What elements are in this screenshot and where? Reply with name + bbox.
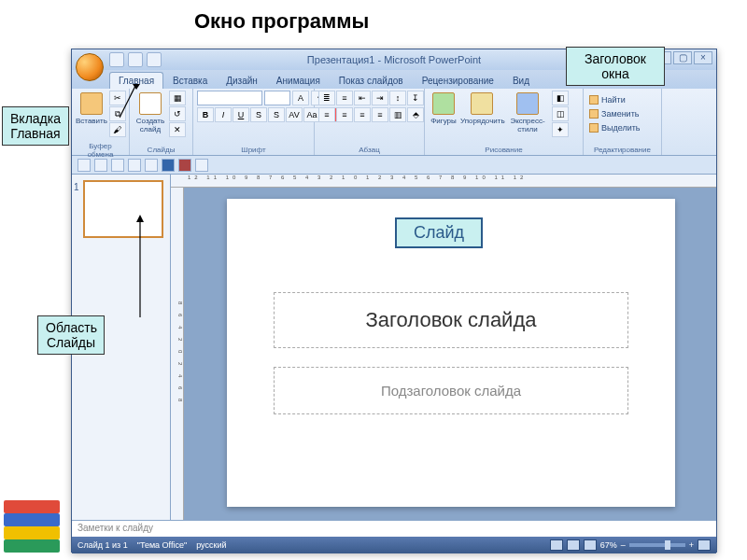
qb-color-2[interactable] — [178, 159, 191, 172]
status-slide-count: Слайд 1 из 1 — [78, 540, 128, 550]
arrange-button[interactable]: Упорядочить — [460, 91, 503, 141]
qb-icon-4[interactable] — [128, 159, 141, 172]
slide-thumbnail[interactable]: 1 — [83, 180, 163, 238]
find-icon — [589, 95, 599, 105]
qb-icon-1[interactable] — [78, 159, 91, 172]
quick-styles-button[interactable]: Экспресс-стили — [505, 91, 550, 141]
bold-button[interactable]: B — [197, 107, 214, 122]
replace-button[interactable]: Заменить — [587, 108, 641, 119]
replace-icon — [589, 109, 599, 119]
vertical-ruler: 8 6 4 2 0 2 4 6 8 — [171, 188, 184, 520]
paste-button[interactable]: Вставить — [76, 91, 107, 141]
shape-outline-button[interactable]: ◫ — [552, 106, 569, 121]
qat-undo-icon[interactable] — [128, 52, 143, 67]
notes-pane[interactable]: Заметки к слайду — [72, 520, 716, 537]
indent-inc-button[interactable]: ⇥ — [372, 91, 388, 105]
align-right-button[interactable]: ≡ — [354, 107, 371, 122]
reset-button[interactable]: ↺ — [169, 106, 186, 121]
align-left-button[interactable]: ≡ — [318, 107, 335, 122]
qb-color-1[interactable] — [162, 159, 175, 172]
tab-review[interactable]: Рецензирование — [413, 72, 503, 89]
secondary-toolbar — [72, 156, 716, 175]
slideshow-view-button[interactable] — [584, 539, 597, 551]
maximize-button[interactable]: ▢ — [673, 51, 692, 64]
tab-design[interactable]: Дизайн — [217, 72, 267, 89]
qb-icon-5[interactable] — [145, 159, 158, 172]
zoom-level[interactable]: 67% — [600, 540, 617, 550]
zoom-thumb[interactable] — [665, 540, 670, 550]
clipboard-icon — [80, 92, 103, 115]
tab-slideshow[interactable]: Показ слайдов — [330, 72, 413, 89]
select-button[interactable]: Выделить — [587, 122, 642, 133]
arrange-label: Упорядочить — [460, 117, 505, 125]
powerpoint-window: Презентация1 - Microsoft PowerPoint – ▢ … — [71, 49, 717, 553]
styles-icon — [516, 92, 539, 115]
status-language[interactable]: русский — [196, 540, 226, 550]
subtitle-placeholder[interactable]: Подзаголовок слайда — [274, 367, 628, 414]
callout-slides-pane: Область Слайды — [37, 315, 105, 355]
qat-save-icon[interactable] — [109, 52, 124, 67]
slide-canvas-area: 12 11 10 9 8 7 6 5 4 3 2 1 0 1 2 3 4 5 6… — [171, 175, 716, 520]
underline-button[interactable]: U — [233, 107, 249, 122]
shape-fill-button[interactable]: ◧ — [552, 91, 569, 105]
delete-slide-button[interactable]: ✕ — [169, 122, 186, 137]
strike-button[interactable]: S — [250, 107, 267, 122]
paste-label: Вставить — [76, 117, 107, 125]
horizontal-ruler: 12 11 10 9 8 7 6 5 4 3 2 1 0 1 2 3 4 5 6… — [171, 175, 716, 188]
group-font-label: Шрифт — [197, 145, 310, 154]
group-clipboard-label: Буфер обмена — [76, 141, 125, 159]
zoom-in-button[interactable]: + — [689, 540, 694, 550]
numbering-button[interactable]: ≡ — [336, 91, 353, 105]
select-icon — [589, 123, 599, 133]
qat-redo-icon[interactable] — [147, 52, 162, 67]
callout-titlebar: Заголовок окна — [566, 47, 665, 86]
tab-animation[interactable]: Анимация — [267, 72, 330, 89]
sorter-view-button[interactable] — [567, 539, 580, 551]
grow-font-button[interactable]: A — [292, 91, 309, 105]
line-spacing-button[interactable]: ↕ — [389, 91, 406, 105]
shapes-button[interactable]: Фигуры — [429, 91, 458, 141]
shadow-button[interactable]: S — [268, 107, 285, 122]
zoom-slider[interactable] — [629, 543, 685, 547]
text-direction-button[interactable]: ↧ — [407, 91, 424, 105]
qb-icon-3[interactable] — [111, 159, 124, 172]
indent-dec-button[interactable]: ⇤ — [354, 91, 371, 105]
slide[interactable]: Слайд Заголовок слайда Подзаголовок слай… — [227, 199, 675, 507]
work-area: 1 12 11 10 9 8 7 6 5 4 3 2 1 0 1 2 3 4 5… — [72, 175, 716, 520]
office-button[interactable] — [76, 53, 104, 81]
group-drawing-label: Рисование — [429, 145, 579, 154]
find-button[interactable]: Найти — [587, 94, 627, 105]
group-slides-label: Слайды — [134, 145, 189, 154]
char-spacing-button[interactable]: AV — [286, 107, 303, 122]
align-center-button[interactable]: ≡ — [336, 107, 353, 122]
font-family-input[interactable] — [197, 91, 262, 105]
select-label: Выделить — [601, 123, 641, 133]
tab-view[interactable]: Вид — [503, 72, 539, 89]
justify-button[interactable]: ≡ — [372, 107, 388, 122]
qb-icon-6[interactable] — [195, 159, 208, 172]
zoom-out-button[interactable]: – — [621, 540, 626, 550]
font-size-input[interactable] — [264, 91, 290, 105]
normal-view-button[interactable] — [550, 539, 563, 551]
group-editing-label: Редактирование — [587, 145, 657, 154]
thumbnail-number: 1 — [74, 182, 79, 192]
italic-button[interactable]: I — [215, 107, 232, 122]
decor-books — [4, 487, 69, 553]
callout-slide: Слайд — [395, 217, 483, 248]
shape-effects-button[interactable]: ✦ — [552, 122, 569, 137]
styles-label: Экспресс-стили — [510, 117, 544, 133]
tab-insert[interactable]: Вставка — [163, 72, 217, 89]
layout-button[interactable]: ▦ — [169, 91, 186, 105]
qb-icon-2[interactable] — [94, 159, 107, 172]
ribbon: Вставить ✂ ⧉ 🖌 Буфер обмена Создать слай… — [72, 89, 716, 156]
columns-button[interactable]: ▥ — [389, 107, 406, 122]
status-bar: Слайд 1 из 1 "Тема Office" русский 67% –… — [72, 537, 716, 553]
callout-home-tab: Вкладка Главная — [2, 106, 69, 146]
group-paragraph-label: Абзац — [318, 145, 420, 154]
close-button[interactable]: × — [694, 51, 712, 64]
replace-label: Заменить — [601, 109, 639, 119]
fit-button[interactable] — [698, 539, 711, 551]
title-placeholder[interactable]: Заголовок слайда — [274, 292, 628, 348]
convert-smartart-button[interactable]: ⬘ — [407, 107, 424, 122]
bullets-button[interactable]: ≣ — [318, 91, 335, 105]
